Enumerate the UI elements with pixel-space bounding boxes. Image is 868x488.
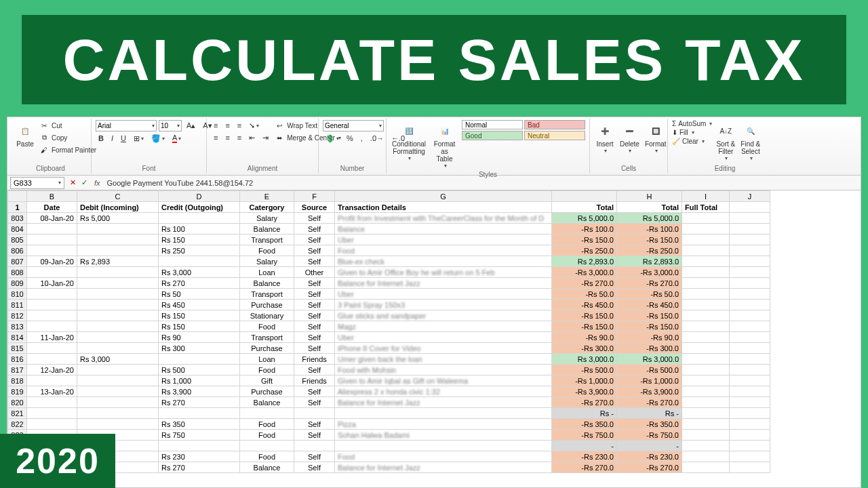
hdr-j[interactable] (730, 202, 770, 213)
row-header[interactable]: 806 (8, 245, 27, 256)
cell-credit[interactable] (159, 256, 240, 267)
confirm-formula-button[interactable]: ✓ (79, 178, 90, 187)
cell-date[interactable] (27, 289, 77, 300)
cell-total-g[interactable]: -Rs 50.0 (552, 289, 617, 300)
hdr-debit[interactable]: Debit (Incoming) (77, 202, 159, 213)
cell-category[interactable] (240, 441, 294, 451)
cell-details[interactable]: Balance for Internet Jazz (335, 462, 552, 473)
hdr-details[interactable]: Transaction Details (335, 202, 552, 213)
cell-debit[interactable]: Rs 3,000 (77, 354, 159, 365)
cell-credit[interactable]: Rs 50 (159, 289, 240, 300)
underline-button[interactable]: U (118, 133, 129, 144)
cell-total-g[interactable]: -Rs 270.0 (552, 278, 617, 289)
format-as-table-button[interactable]: 📊Format as Table (430, 120, 459, 170)
cell-details[interactable]: Given to Amir Office Boy he will return … (335, 267, 552, 278)
cell-total-h[interactable]: -Rs 450.0 (617, 300, 682, 310)
align-left-button[interactable]: ≡ (211, 132, 220, 143)
cell-date[interactable] (27, 245, 77, 256)
cell-total-h[interactable]: -Rs 3,900.0 (617, 386, 682, 397)
fill-color-button[interactable]: 🪣 (149, 133, 167, 144)
cell-details[interactable]: iPhone 8 Cover for Video (335, 343, 552, 354)
row-header[interactable]: 822 (8, 419, 27, 430)
cell-category[interactable]: Purchase (240, 386, 294, 397)
align-middle-button[interactable]: ≡ (222, 120, 232, 131)
cell-total-g[interactable]: Rs 2,893.0 (552, 256, 617, 267)
cell-date[interactable]: 12-Jan-20 (27, 365, 77, 375)
cell-credit[interactable]: Rs 150 (159, 310, 240, 321)
cell-j[interactable] (730, 256, 770, 267)
cell-full-total[interactable] (682, 462, 730, 473)
cell-date[interactable]: 08-Jan-20 (27, 213, 77, 224)
fx-icon[interactable]: fx (90, 179, 104, 187)
col-I[interactable]: I (682, 191, 730, 202)
cell-details[interactable]: Uber (335, 332, 552, 343)
number-format-select[interactable]: General (323, 120, 384, 131)
cell-total-g[interactable]: -Rs 150.0 (552, 235, 617, 245)
cell-j[interactable] (730, 441, 770, 451)
cell-total-g[interactable]: -Rs 500.0 (552, 365, 617, 375)
format-button[interactable]: 🔲Format (644, 120, 668, 155)
cell-full-total[interactable] (682, 375, 730, 386)
cell-full-total[interactable] (682, 321, 730, 332)
cell-total-g[interactable]: -Rs 150.0 (552, 310, 617, 321)
conditional-formatting-button[interactable]: 🔢Conditional Formatting (391, 120, 427, 163)
cell-date[interactable] (27, 321, 77, 332)
cell-category[interactable]: Balance (240, 462, 294, 473)
cell-source[interactable]: Self (294, 419, 335, 430)
cell-category[interactable]: Food (240, 321, 294, 332)
cell-debit[interactable] (77, 386, 159, 397)
delete-button[interactable]: ➖Delete (618, 120, 641, 155)
cell-j[interactable] (730, 213, 770, 224)
cell-date[interactable] (27, 224, 77, 235)
align-right-button[interactable]: ≡ (235, 132, 244, 143)
increase-font-button[interactable]: A▴ (184, 121, 198, 131)
indent-dec-button[interactable]: ⇤ (246, 132, 258, 143)
cell-credit[interactable]: Rs 3,000 (159, 267, 240, 278)
copy-button[interactable]: ⧉Copy (39, 132, 96, 143)
cell-debit[interactable] (77, 289, 159, 300)
cell-credit[interactable]: Rs 270 (159, 278, 240, 289)
cell-details[interactable]: Glue sticks and sandpaper (335, 310, 552, 321)
hdr-full-total[interactable]: Full Total (682, 202, 730, 213)
col-J[interactable]: J (730, 191, 770, 202)
cell-j[interactable] (730, 310, 770, 321)
cell-source[interactable]: Self (294, 310, 335, 321)
style-good[interactable]: Good (462, 131, 523, 140)
cell-date[interactable] (27, 408, 77, 419)
cell-debit[interactable] (77, 267, 159, 278)
clear-button[interactable]: 🧹 Clear (672, 138, 712, 145)
cell-full-total[interactable] (682, 213, 730, 224)
cell-total-h[interactable]: -Rs 270.0 (617, 462, 682, 473)
hdr-total-g[interactable]: Total (552, 202, 617, 213)
cell-details[interactable]: Food (335, 245, 552, 256)
cell-total-g[interactable]: -Rs 350.0 (552, 419, 617, 430)
col-F[interactable]: F (294, 191, 335, 202)
cell-total-h[interactable]: -Rs 300.0 (617, 343, 682, 354)
cell-credit[interactable] (159, 354, 240, 365)
cell-category[interactable]: Stationary (240, 310, 294, 321)
cell-date[interactable] (27, 354, 77, 365)
sort-filter-button[interactable]: A↓ZSort & Filter (715, 120, 736, 163)
cell-total-h[interactable]: - (617, 441, 682, 451)
row-header[interactable]: 812 (8, 310, 27, 321)
cell-debit[interactable] (77, 343, 159, 354)
cell-full-total[interactable] (682, 419, 730, 430)
autosum-button[interactable]: Σ AutoSum (672, 120, 712, 127)
col-H[interactable]: H (617, 191, 682, 202)
cell-total-g[interactable]: -Rs 450.0 (552, 300, 617, 310)
find-select-button[interactable]: 🔍Find & Select (739, 120, 762, 163)
row-header[interactable]: 807 (8, 256, 27, 267)
cell-date[interactable] (27, 300, 77, 310)
cell-details[interactable] (335, 441, 552, 451)
cell-total-h[interactable]: -Rs 50.0 (617, 289, 682, 300)
row-header[interactable]: 821 (8, 408, 27, 419)
cell-credit[interactable]: Rs 1,000 (159, 375, 240, 386)
cell-credit[interactable]: Rs 150 (159, 235, 240, 245)
cell-credit[interactable]: Rs 3,900 (159, 386, 240, 397)
row-header[interactable]: 803 (8, 213, 27, 224)
cell-date[interactable] (27, 235, 77, 245)
cell-details[interactable]: Uber (335, 289, 552, 300)
cell-full-total[interactable] (682, 245, 730, 256)
cell-category[interactable]: Transport (240, 332, 294, 343)
cell-j[interactable] (730, 365, 770, 375)
